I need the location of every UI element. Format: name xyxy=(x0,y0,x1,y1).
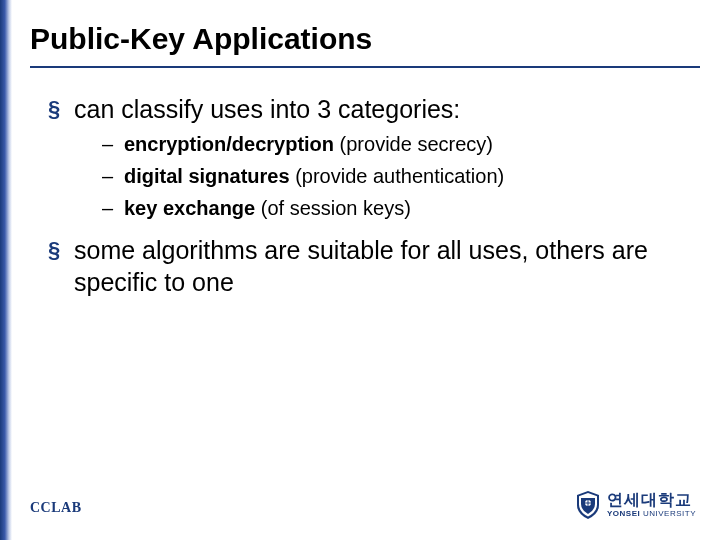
university-korean: 연세대학교 xyxy=(607,492,696,508)
sub-item: key exchange (of session keys) xyxy=(102,195,700,221)
sub-item-bold: encryption/decryption xyxy=(124,133,334,155)
university-english: YONSEI UNIVERSITY xyxy=(607,510,696,518)
footer-right-logo: 연세대학교 YONSEI UNIVERSITY xyxy=(575,490,696,520)
sub-item-bold: digital signatures xyxy=(124,165,290,187)
bullet-item: some algorithms are suitable for all use… xyxy=(48,235,700,298)
shield-icon xyxy=(575,490,601,520)
bullet-text: some algorithms are suitable for all use… xyxy=(74,236,648,295)
sub-item: encryption/decryption (provide secrecy) xyxy=(102,131,700,157)
sub-item-rest: (of session keys) xyxy=(255,197,411,219)
slide-content: Public-Key Applications can classify use… xyxy=(30,22,700,306)
bullet-list: can classify uses into 3 categories: enc… xyxy=(30,94,700,298)
footer-left-label: CCLAB xyxy=(30,500,82,516)
sub-item-rest: (provide authentication) xyxy=(290,165,505,187)
university-english-rest: UNIVERSITY xyxy=(640,509,696,518)
slide-title: Public-Key Applications xyxy=(30,22,700,68)
sub-item-rest: (provide secrecy) xyxy=(334,133,493,155)
left-gradient-bar xyxy=(0,0,12,540)
sub-list: encryption/decryption (provide secrecy) … xyxy=(74,131,700,221)
sub-item-bold: key exchange xyxy=(124,197,255,219)
university-english-bold: YONSEI xyxy=(607,509,640,518)
university-text: 연세대학교 YONSEI UNIVERSITY xyxy=(607,492,696,518)
bullet-item: can classify uses into 3 categories: enc… xyxy=(48,94,700,221)
sub-item: digital signatures (provide authenticati… xyxy=(102,163,700,189)
bullet-text: can classify uses into 3 categories: xyxy=(74,95,460,123)
